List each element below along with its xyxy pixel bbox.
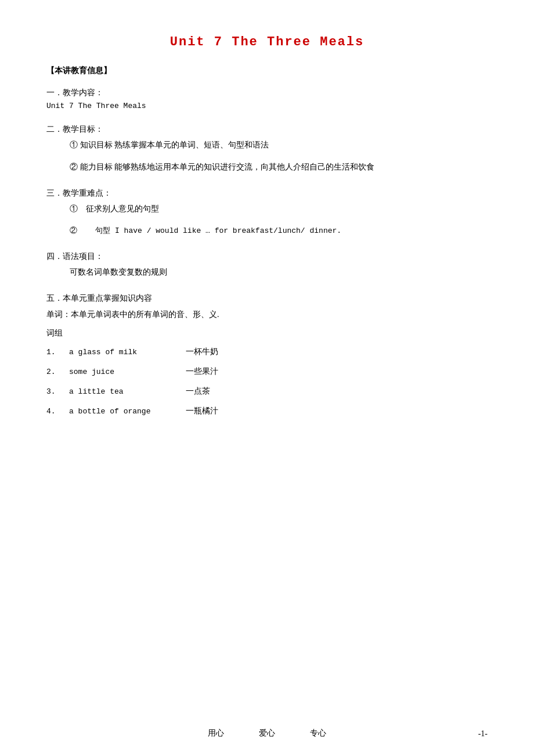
page: Unit 7 The Three Meals 【本讲教育信息】 一．教学内容： …	[0, 0, 534, 756]
section3: 三．教学重难点： ① 征求别人意见的句型 ② 句型 I have / would…	[46, 188, 488, 238]
vocab-4-chinese: 一瓶橘汁	[186, 406, 218, 416]
page-title: Unit 7 The Three Meals	[46, 35, 488, 49]
section5-vocab-label: 单词：本单元单词表中的所有单词的音、形、义.	[46, 309, 488, 320]
section2-item1-text: ① 知识目标 熟练掌握本单元的单词、短语、句型和语法	[70, 141, 269, 149]
section5: 五．本单元重点掌握知识内容 单词：本单元单词表中的所有单词的音、形、义. 词组 …	[46, 293, 488, 416]
section2-item1: ① 知识目标 熟练掌握本单元的单词、短语、句型和语法	[70, 138, 488, 152]
section4-content: 可数名词单数变复数的规则	[70, 265, 488, 279]
vocab-4-english-text: a bottle of orange	[69, 407, 150, 416]
section2-item2-number: ②	[70, 163, 78, 171]
vocab-3-number: 3.	[46, 387, 56, 396]
section3-item2-text: ② 句型 I have / would like … for breakfast…	[70, 226, 341, 235]
footer-item-1: 用心	[208, 728, 224, 739]
vocab-2-number: 2.	[46, 368, 56, 376]
vocab-3-chinese: 一点茶	[186, 386, 210, 397]
bracket-label: 【本讲教育信息】	[46, 66, 488, 76]
vocab-1-number: 1.	[46, 348, 56, 357]
section2-item2-label: 能力目标	[80, 163, 113, 171]
section3-item1: ① 征求别人意见的句型	[70, 202, 488, 216]
section3-item2-number: ②	[70, 226, 77, 235]
vocab-1-chinese: 一杯牛奶	[186, 347, 218, 357]
section3-item2: ② 句型 I have / would like … for breakfast…	[70, 224, 488, 237]
section4: 四．语法项目： 可数名词单数变复数的规则	[46, 251, 488, 279]
section2-heading: 二．教学目标：	[46, 124, 488, 135]
section2-item2-content: 能够熟练地运用本单元的知识进行交流，向其他人介绍自己的生活和饮食	[114, 163, 374, 171]
vocab-3-english: 3. a little tea	[46, 387, 174, 396]
section2-item1-label: 知识目标	[80, 141, 113, 149]
section2-item2-text: ② 能力目标 能够熟练地运用本单元的知识进行交流，向其他人介绍自己的生活和饮食	[70, 163, 374, 171]
section2-item1-content: 熟练掌握本单元的单词、短语、句型和语法	[114, 141, 269, 149]
section3-item1-number: ①	[70, 204, 78, 213]
vocab-3-english-text: a little tea	[69, 387, 124, 396]
section5-heading: 五．本单元重点掌握知识内容	[46, 293, 488, 304]
section3-heading: 三．教学重难点：	[46, 188, 488, 199]
vocab-2-english-text: some juice	[69, 368, 114, 376]
footer: 用心 爱心 专心	[0, 728, 534, 739]
vocab-1-english-text: a glass of milk	[69, 348, 137, 357]
footer-item-2: 爱心	[259, 728, 275, 739]
vocab-4-number: 4.	[46, 407, 56, 416]
footer-item-3: 专心	[310, 728, 326, 739]
section3-item2-content: 句型 I have / would like … for breakfast/l…	[95, 226, 341, 235]
section1-heading: 一．教学内容：	[46, 88, 488, 98]
section3-item1-content: 征求别人意见的句型	[86, 204, 159, 213]
section2: 二．教学目标： ① 知识目标 熟练掌握本单元的单词、短语、句型和语法 ② 能力目…	[46, 124, 488, 174]
vocab-row-1: 1. a glass of milk 一杯牛奶	[46, 347, 488, 357]
vocab-2-english: 2. some juice	[46, 368, 174, 376]
section1-content: Unit 7 The Three Meals	[46, 102, 488, 110]
section2-item2: ② 能力目标 能够熟练地运用本单元的知识进行交流，向其他人介绍自己的生活和饮食	[70, 160, 488, 174]
vocab-row-4: 4. a bottle of orange 一瓶橘汁	[46, 406, 488, 416]
section3-item1-text: ① 征求别人意见的句型	[70, 204, 159, 213]
section4-content-text: 可数名词单数变复数的规则	[70, 268, 167, 276]
footer-page: -1-	[478, 729, 488, 739]
section5-group-label: 词组	[46, 328, 488, 339]
section2-item1-number: ①	[70, 141, 78, 149]
vocab-1-english: 1. a glass of milk	[46, 348, 174, 357]
vocab-2-chinese: 一些果汁	[186, 366, 218, 377]
vocab-row-3: 3. a little tea 一点茶	[46, 386, 488, 397]
section4-heading: 四．语法项目：	[46, 251, 488, 262]
section1: 一．教学内容： Unit 7 The Three Meals	[46, 88, 488, 110]
vocab-row-2: 2. some juice 一些果汁	[46, 366, 488, 377]
vocab-4-english: 4. a bottle of orange	[46, 407, 174, 416]
